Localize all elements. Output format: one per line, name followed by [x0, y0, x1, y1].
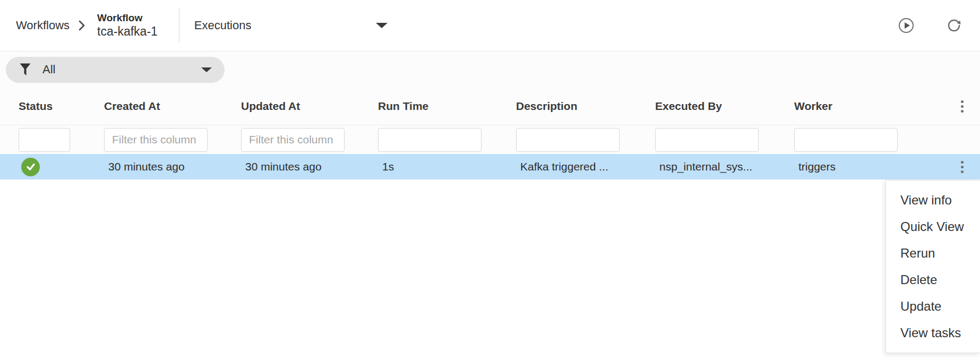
status-filter-dropdown[interactable]: All	[6, 57, 225, 83]
topbar-actions	[898, 18, 980, 33]
filter-input-description[interactable]	[516, 128, 620, 152]
view-selector-dropdown[interactable]: Executions	[179, 0, 398, 51]
cell-executed-by: nsp_internal_sys...	[655, 160, 794, 173]
cell-worker: triggers	[794, 160, 944, 173]
breadcrumb-chevron-icon	[78, 19, 85, 32]
column-header-worker[interactable]: Worker	[794, 100, 944, 113]
table-filter-row	[0, 125, 980, 154]
chevron-down-icon	[376, 23, 388, 28]
cell-updated-at: 30 minutes ago	[241, 160, 378, 173]
status-filter-value: All	[42, 63, 55, 76]
column-header-status[interactable]: Status	[19, 100, 104, 113]
play-circle-icon	[898, 18, 914, 33]
menu-item-view-info[interactable]: View info	[886, 187, 980, 213]
menu-item-view-tasks[interactable]: View tasks	[886, 320, 980, 346]
filter-input-updated-at[interactable]	[241, 128, 345, 152]
workflow-name: tca-kafka-1	[97, 24, 158, 39]
refresh-button[interactable]	[946, 18, 962, 33]
breadcrumb-workflows-link[interactable]: Workflows	[16, 19, 70, 32]
column-header-updated-at[interactable]: Updated At	[241, 100, 378, 113]
row-actions-button[interactable]	[958, 158, 967, 176]
table-header-row: Status Created At Updated At Run Time De…	[0, 88, 980, 125]
menu-item-delete[interactable]: Delete	[886, 267, 980, 293]
row-context-menu: View info Quick View Rerun Delete Update…	[886, 180, 980, 353]
check-icon	[25, 161, 37, 173]
table-options-button[interactable]	[958, 97, 967, 116]
executions-table: Status Created At Updated At Run Time De…	[0, 88, 980, 180]
kebab-menu-icon	[961, 161, 964, 173]
status-success-badge	[21, 158, 40, 176]
cell-run-time: 1s	[378, 160, 516, 173]
cell-created-at: 30 minutes ago	[104, 160, 241, 173]
view-selector-value: Executions	[194, 19, 252, 32]
filter-input-executed-by[interactable]	[655, 128, 759, 152]
column-header-executed-by[interactable]: Executed By	[655, 100, 794, 113]
column-header-description[interactable]: Description	[516, 100, 655, 113]
refresh-icon	[947, 18, 961, 33]
filter-input-status[interactable]	[19, 128, 70, 152]
status-cell	[19, 158, 104, 176]
breadcrumb-current-workflow: Workflow tca-kafka-1	[97, 12, 158, 39]
top-bar: Workflows Workflow tca-kafka-1 Execution…	[0, 0, 980, 52]
menu-item-quick-view[interactable]: Quick View	[886, 213, 980, 240]
run-workflow-button[interactable]	[898, 18, 914, 33]
workflow-label: Workflow	[97, 12, 158, 24]
kebab-menu-icon	[961, 100, 964, 113]
column-header-created-at[interactable]: Created At	[104, 100, 241, 113]
cell-description: Kafka triggered ...	[516, 160, 655, 173]
filter-bar: All	[0, 52, 980, 88]
menu-item-rerun[interactable]: Rerun	[886, 240, 980, 267]
menu-item-update[interactable]: Update	[886, 293, 980, 320]
filter-input-run-time[interactable]	[378, 128, 482, 152]
column-header-run-time[interactable]: Run Time	[378, 100, 516, 113]
chevron-down-icon	[201, 67, 212, 72]
filter-input-created-at[interactable]	[104, 128, 208, 152]
filter-input-worker[interactable]	[794, 128, 898, 152]
execution-row[interactable]: 30 minutes ago 30 minutes ago 1s Kafka t…	[0, 154, 980, 180]
breadcrumb: Workflows Workflow tca-kafka-1 Execution…	[0, 0, 398, 51]
funnel-icon	[20, 63, 31, 76]
